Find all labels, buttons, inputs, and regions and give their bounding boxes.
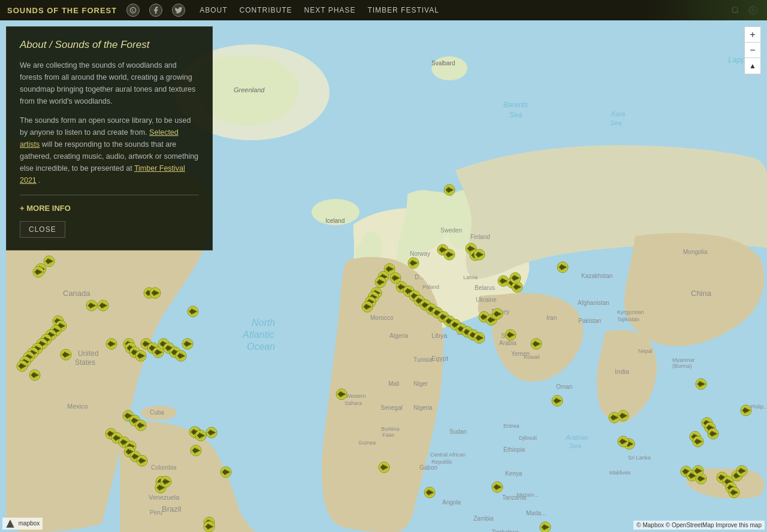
svg-text:Burkina: Burkina — [381, 426, 400, 432]
sound-marker[interactable] — [135, 419, 147, 431]
sound-marker[interactable] — [473, 249, 485, 261]
sound-marker[interactable] — [443, 184, 455, 196]
sound-marker[interactable] — [491, 481, 503, 493]
svg-text:Kenya: Kenya — [505, 470, 523, 477]
sound-marker[interactable] — [617, 436, 629, 448]
svg-text:Sea: Sea — [509, 111, 523, 119]
sound-marker[interactable] — [182, 338, 194, 350]
sound-marker[interactable] — [728, 486, 740, 498]
sound-marker[interactable] — [378, 461, 390, 473]
sound-marker[interactable] — [551, 395, 563, 407]
svg-text:Ecuador: Ecuador — [144, 20, 167, 22]
sound-marker[interactable] — [190, 445, 202, 457]
svg-text:Sahara: Sahara — [345, 400, 362, 406]
nav-about[interactable]: ABOUT — [200, 6, 227, 14]
svg-text:Mexico: Mexico — [67, 403, 88, 410]
zoom-out-button[interactable]: − — [745, 43, 760, 58]
panel-divider — [20, 195, 199, 195]
svg-text:Central African: Central African — [430, 452, 466, 458]
svg-line-1 — [737, 12, 739, 14]
zoom-in-button[interactable]: + — [745, 27, 760, 43]
sound-marker[interactable] — [539, 521, 551, 532]
svg-text:Arabian: Arabian — [565, 434, 588, 441]
sound-marker[interactable] — [206, 427, 218, 439]
sound-marker[interactable] — [136, 455, 148, 467]
sound-marker[interactable] — [175, 350, 187, 362]
svg-text:China: China — [691, 289, 712, 298]
sound-marker[interactable] — [407, 257, 419, 269]
svg-text:Eritrea: Eritrea — [503, 423, 520, 429]
svg-text:Kuwait: Kuwait — [524, 354, 540, 360]
svg-text:Pakistan: Pakistan — [578, 318, 601, 324]
facebook-icon[interactable] — [149, 4, 162, 17]
nav-contribute[interactable]: CONTRIBUTE — [240, 6, 292, 14]
main-nav: ABOUT CONTRIBUTE NEXT PHASE TIMBER FESTI… — [200, 6, 439, 14]
sound-marker[interactable] — [443, 249, 455, 261]
svg-text:Norway: Norway — [410, 250, 430, 257]
sound-marker[interactable] — [617, 410, 629, 422]
sound-marker[interactable] — [32, 266, 44, 278]
sound-marker[interactable] — [135, 350, 147, 362]
svg-text:Nigeria: Nigeria — [413, 404, 433, 411]
sound-marker[interactable] — [509, 272, 521, 284]
sound-marker[interactable] — [530, 338, 542, 350]
sound-marker[interactable] — [736, 465, 748, 477]
svg-text:Niger: Niger — [413, 380, 428, 387]
svg-text:Latvia: Latvia — [463, 274, 478, 280]
settings-icon[interactable] — [747, 4, 760, 17]
sound-marker[interactable] — [16, 360, 28, 372]
sound-marker[interactable] — [707, 428, 719, 440]
mapbox-text: mapbox — [19, 520, 40, 527]
twitter-icon[interactable] — [172, 4, 185, 17]
sound-marker[interactable] — [424, 486, 436, 498]
sound-marker[interactable] — [557, 261, 569, 273]
svg-text:Libya: Libya — [431, 332, 448, 339]
svg-text:Morocco: Morocco — [370, 315, 394, 321]
sound-marker[interactable] — [740, 404, 752, 416]
svg-text:Sweden: Sweden — [440, 227, 462, 234]
reset-bearing-button[interactable]: ▲ — [745, 58, 760, 74]
sound-marker[interactable] — [60, 349, 72, 361]
svg-text:Afghanistan: Afghanistan — [578, 300, 609, 306]
sound-marker[interactable] — [220, 466, 232, 478]
sound-marker[interactable] — [473, 332, 485, 344]
svg-text:Iceland: Iceland — [325, 217, 345, 224]
soundcloud-icon[interactable] — [126, 4, 140, 17]
sound-marker[interactable] — [203, 521, 215, 532]
sound-marker[interactable] — [195, 430, 207, 442]
svg-text:United: United — [78, 349, 99, 358]
sound-marker[interactable] — [86, 300, 98, 312]
svg-text:Faso: Faso — [382, 432, 394, 438]
map-controls: + − ▲ — [744, 26, 761, 74]
svg-text:Maldives: Maldives — [609, 470, 631, 476]
sound-marker[interactable] — [375, 276, 386, 288]
nav-next-phase[interactable]: NEXT PHASE — [304, 6, 356, 14]
search-icon[interactable] — [729, 4, 742, 17]
svg-text:Mali: Mali — [388, 380, 399, 387]
sound-marker[interactable] — [692, 465, 704, 477]
svg-text:Oman: Oman — [556, 383, 572, 390]
sound-marker[interactable] — [695, 378, 707, 390]
site-title: SOUNDS OF THE FOREST — [7, 6, 117, 15]
sound-marker[interactable] — [361, 301, 373, 313]
sound-marker[interactable] — [491, 308, 503, 320]
sound-marker[interactable] — [692, 436, 704, 448]
sound-marker[interactable] — [505, 329, 517, 341]
close-button[interactable]: CLOSE — [20, 221, 65, 238]
sound-marker[interactable] — [149, 287, 161, 299]
info-panel: About / Sounds of the Forest We are coll… — [6, 26, 213, 250]
panel-body1: We are collecting the sounds of woodland… — [20, 59, 199, 107]
sound-marker[interactable] — [336, 388, 348, 400]
sound-marker[interactable] — [105, 338, 117, 350]
svg-text:Zambia: Zambia — [473, 515, 494, 522]
sound-marker[interactable] — [160, 476, 172, 488]
sound-marker[interactable] — [187, 306, 199, 318]
sound-marker[interactable] — [29, 369, 41, 381]
svg-point-0 — [732, 7, 738, 13]
sound-marker[interactable] — [97, 300, 109, 312]
svg-text:Peru: Peru — [150, 509, 162, 516]
svg-text:Atlantic: Atlantic — [242, 330, 274, 340]
nav-timber-festival[interactable]: TIMBER FESTIVAL — [367, 6, 439, 14]
more-info-link[interactable]: + MORE INFO — [20, 204, 199, 213]
svg-text:Mozam...: Mozam... — [517, 492, 539, 498]
